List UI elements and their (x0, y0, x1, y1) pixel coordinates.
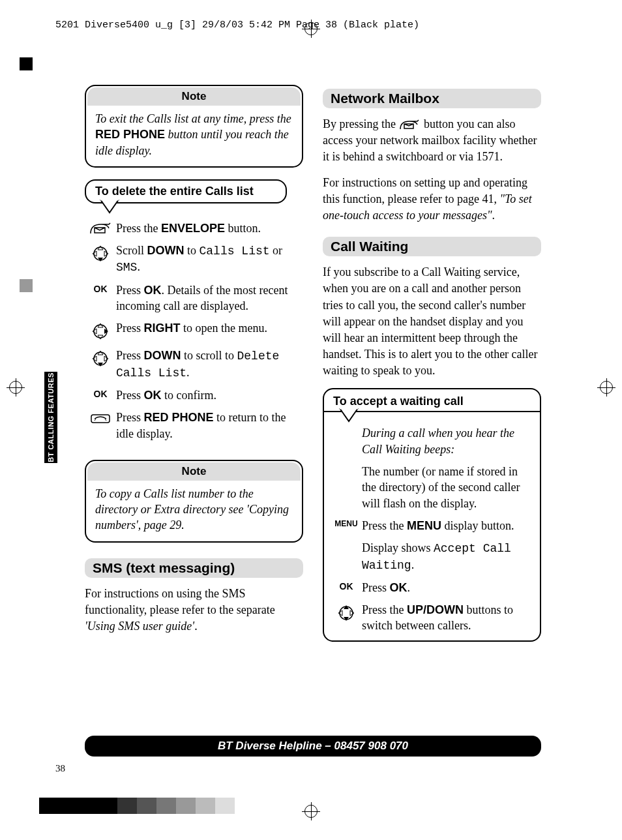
step-row: Press the ENVELOPE button. (85, 220, 303, 236)
gray-square-mark (20, 279, 33, 292)
menu-label-icon: MENU (331, 518, 362, 528)
step-row: OK Press OK. Details of the most recent … (85, 282, 303, 314)
procedure-accept-steps: During a call when you hear the Call Wai… (324, 412, 540, 640)
step-text: Press DOWN to scroll to Delete Calls Lis… (116, 348, 303, 381)
ok-label-icon: OK (85, 282, 116, 294)
procedure-accept-waiting-call: To accept a waiting call During a call w… (323, 388, 541, 641)
nav-right-icon (85, 320, 116, 341)
note-exit-calls-list: Note To exit the Calls list at any time,… (85, 85, 303, 168)
print-job-header: 5201 Diverse5400 u_g [3] 29/8/03 5:42 PM… (55, 20, 419, 31)
step-row: Press RED PHONE to return to the idle di… (85, 410, 303, 442)
procedure-delete-calls-steps: Press the ENVELOPE button. Scroll DOWN t… (85, 220, 303, 448)
ok-label-icon: OK (331, 580, 362, 592)
callout-tail-icon (338, 407, 361, 425)
envelope-icon (399, 119, 421, 132)
note-body: To copy a Calls list number to the direc… (86, 482, 302, 541)
step-text: Press RIGHT to open the menu. (116, 320, 303, 336)
nav-updown-icon (331, 602, 362, 623)
page-number: 38 (55, 763, 65, 774)
step-row: Scroll DOWN to Calls List or SMS. (85, 243, 303, 276)
step-text: Press the MENU display button. (362, 518, 533, 533)
step-text: Press RED PHONE to return to the idle di… (116, 410, 303, 442)
step-row: OK Press OK. (331, 580, 533, 595)
left-column: Note To exit the Calls list at any time,… (85, 85, 303, 648)
svg-line-18 (105, 419, 106, 421)
step-icon-empty (331, 425, 362, 427)
callout-tail-icon (99, 198, 121, 217)
step-text: Press the ENVELOPE button. (116, 220, 303, 236)
svg-line-17 (95, 419, 96, 421)
section-sms-heading: SMS (text messaging) (85, 558, 303, 578)
step-row: Press DOWN to scroll to Delete Calls Lis… (85, 348, 303, 381)
page-content: Note To exit the Calls list at any time,… (85, 85, 541, 648)
note-title: Note (87, 87, 301, 106)
registration-mark-bottom (302, 802, 320, 820)
step-text: The number (or name if stored in the dir… (362, 464, 533, 511)
note-body: To exit the Calls list at any time, pres… (86, 107, 302, 166)
grayscale-calibration-bar (39, 798, 235, 814)
section-callwaiting-heading: Call Waiting (323, 237, 541, 256)
side-tab: BT CALLING FEATURES (44, 372, 57, 463)
step-text: Press OK. (362, 580, 533, 595)
step-icon-empty (331, 540, 362, 541)
envelope-icon (85, 220, 116, 236)
callwaiting-paragraph: If you subscribe to a Call Waiting servi… (323, 264, 541, 379)
step-row: The number (or name if stored in the dir… (331, 464, 533, 511)
registration-mark-top (302, 20, 320, 38)
section-mailbox-heading: Network Mailbox (323, 89, 541, 108)
mailbox-paragraph-2: For instructions on setting up and opera… (323, 175, 541, 224)
footer-helpline: BT Diverse Helpline – 08457 908 070 (85, 736, 541, 757)
step-intro: During a call when you hear the Call Wai… (362, 425, 533, 457)
step-icon-empty (331, 464, 362, 465)
nav-down-icon (85, 243, 116, 263)
step-text: Press the UP/DOWN buttons to switch betw… (362, 602, 533, 634)
step-row: During a call when you hear the Call Wai… (331, 425, 533, 457)
step-row: Press the UP/DOWN buttons to switch betw… (331, 602, 533, 634)
step-text: Press OK. Details of the most recent inc… (116, 282, 303, 314)
registration-mark-right (597, 378, 615, 397)
note-copy-number: Note To copy a Calls list number to the … (85, 460, 303, 543)
ok-label-icon: OK (85, 387, 116, 399)
step-text: Scroll DOWN to Calls List or SMS. (116, 243, 303, 276)
red-phone-icon (85, 410, 116, 425)
step-text: Press OK to confirm. (116, 387, 303, 403)
nav-down-icon (85, 348, 116, 368)
note-title: Note (87, 462, 301, 481)
step-row: MENU Press the MENU display button. (331, 518, 533, 533)
black-square-mark (20, 57, 33, 70)
sms-paragraph: For instructions on using the SMS functi… (85, 586, 303, 635)
mailbox-paragraph-1: By pressing the button you can also acce… (323, 116, 541, 166)
step-row: Display shows Accept Call Waiting. (331, 540, 533, 573)
step-text: Display shows Accept Call Waiting. (362, 540, 533, 573)
right-column: Network Mailbox By pressing the button y… (323, 85, 541, 648)
step-row: Press RIGHT to open the menu. (85, 320, 303, 341)
registration-mark-left (7, 378, 25, 397)
step-row: OK Press OK to confirm. (85, 387, 303, 403)
svg-rect-16 (91, 415, 110, 423)
